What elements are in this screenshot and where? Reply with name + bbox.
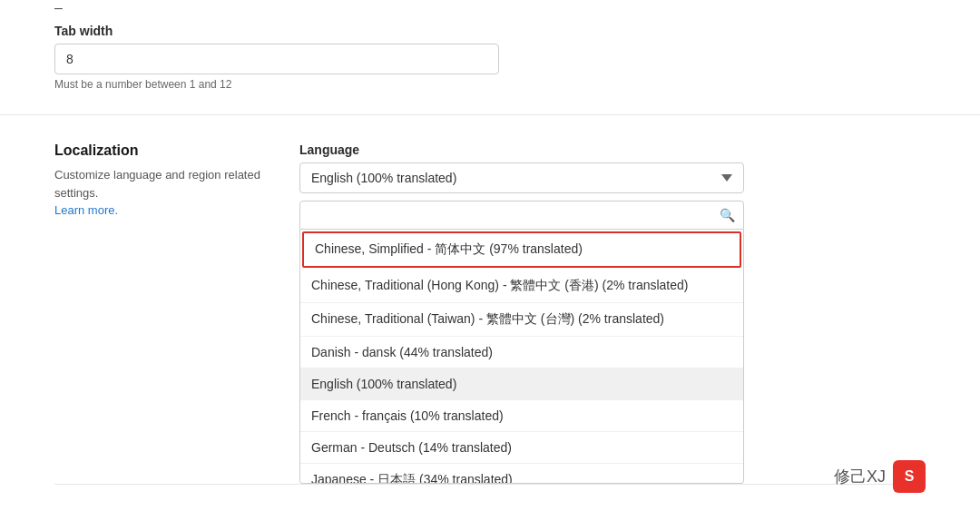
tab-width-input[interactable]: [54, 44, 499, 74]
watermark-icon: S: [893, 460, 926, 493]
search-wrapper: 🔍: [299, 201, 744, 230]
localization-desc: Customize language and region related se…: [54, 166, 272, 201]
localization-section: Localization Customize language and regi…: [0, 115, 980, 484]
language-select[interactable]: English (100% translated): [299, 162, 744, 193]
localization-learn-more[interactable]: Learn more.: [54, 203, 272, 217]
watermark: 修己XJ S: [834, 460, 926, 493]
time-preferences-right: [299, 485, 926, 511]
localization-title: Localization: [54, 142, 272, 159]
tab-width-hint: Must be a number between 1 and 12: [54, 78, 926, 91]
language-dropdown-item[interactable]: Japanese - 日本語 (34% translated): [300, 464, 743, 484]
language-dropdown-item[interactable]: Chinese, Simplified - 简体中文 (97% translat…: [302, 231, 741, 268]
language-dropdown-item[interactable]: English (100% translated): [300, 369, 743, 400]
language-dropdown-item[interactable]: Danish - dansk (44% translated): [300, 337, 743, 369]
page-wrapper: – Tab width Must be a number between 1 a…: [0, 0, 980, 511]
tab-width-section: – Tab width Must be a number between 1 a…: [0, 0, 980, 115]
language-label: Language: [299, 142, 926, 157]
tab-width-label: Tab width: [54, 24, 926, 38]
language-dropdown-item[interactable]: French - français (10% translated): [300, 400, 743, 432]
language-dropdown-list: Chinese, Simplified - 简体中文 (97% translat…: [299, 230, 744, 484]
localization-right: Language English (100% translated) 🔍 Chi…: [299, 115, 926, 484]
dash-separator: –: [54, 0, 926, 16]
search-icon: 🔍: [720, 208, 735, 222]
language-dropdown-item[interactable]: Chinese, Traditional (Hong Kong) - 繁體中文 …: [300, 270, 743, 303]
language-dropdown-item[interactable]: German - Deutsch (14% translated): [300, 432, 743, 464]
language-search-input[interactable]: [299, 201, 744, 230]
localization-left: Localization Customize language and regi…: [54, 115, 299, 484]
time-preferences-left: Time preferences Configure how dates and…: [54, 485, 299, 511]
language-dropdown-item[interactable]: Chinese, Traditional (Taiwan) - 繁體中文 (台灣…: [300, 303, 743, 337]
language-dropdown-container: 🔍 Chinese, Simplified - 简体中文 (97% transl…: [299, 201, 744, 484]
language-group: Language English (100% translated): [299, 142, 926, 193]
tab-width-group: Tab width Must be a number between 1 and…: [54, 24, 926, 91]
watermark-text: 修己XJ: [834, 466, 886, 487]
